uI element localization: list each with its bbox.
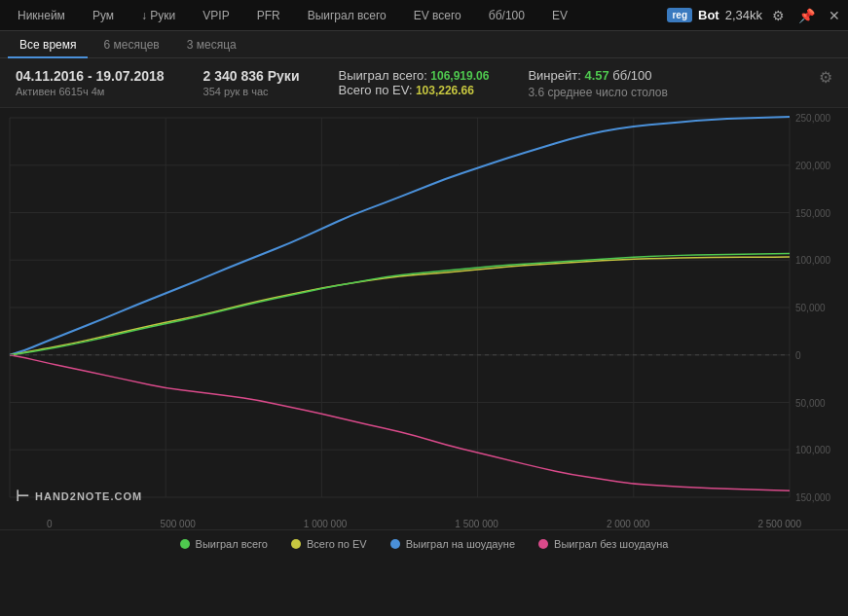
tab-hands[interactable]: ↓ Руки	[128, 0, 189, 31]
top-bar-right: reg Bot 2,34kk ⚙ 📌 ✕	[667, 6, 844, 25]
stat-hands-label: 2 340 836 Руки	[203, 68, 300, 84]
stat-ev-value: 103,226.66	[416, 84, 474, 97]
time-tab-3m[interactable]: 3 месяца	[175, 31, 248, 58]
stat-winrate-unit: бб/100	[612, 68, 651, 83]
stat-active-time: Активен 6615ч 4м	[16, 86, 165, 97]
tab-pfr[interactable]: PFR	[243, 0, 294, 31]
time-tabs: Все время 6 месяцев 3 месяца	[0, 31, 848, 58]
legend-dot-no-showdown	[538, 539, 548, 549]
stats-bar: 04.11.2016 - 19.07.2018 Активен 6615ч 4м…	[0, 58, 848, 108]
tab-ev-total[interactable]: EV всего	[400, 0, 475, 31]
legend-dot-won	[180, 539, 190, 549]
stat-winrate-label: Винрейт:	[528, 68, 580, 83]
tab-bb100[interactable]: бб/100	[475, 0, 538, 31]
x-label-3: 1 500 000	[455, 519, 498, 529]
main-chart	[0, 108, 848, 517]
pin-icon[interactable]: 📌	[794, 6, 819, 25]
settings-icon[interactable]: ⚙	[768, 6, 789, 25]
x-label-4: 2 000 000	[607, 519, 650, 529]
stat-right-block: Винрейт: 4.57 бб/100 3.6 среднее число с…	[528, 68, 667, 99]
stat-won-title: Выиграл всего:	[339, 68, 427, 83]
stat-hands-block: 2 340 836 Руки 354 рук в час	[203, 68, 300, 97]
legend-label-won: Выиграл всего	[196, 538, 268, 550]
chart-settings-icon[interactable]: ⚙	[819, 68, 832, 87]
reg-badge: reg	[667, 8, 692, 22]
stat-won-row: Выиграл всего: 106,919.06	[339, 68, 490, 83]
legend-label-ev: Всего по EV	[307, 538, 367, 550]
legend-showdown: Выиграл на шоудауне	[390, 538, 515, 550]
stat-hand-rate: 354 рук в час	[203, 86, 300, 97]
legend-won: Выиграл всего	[180, 538, 268, 550]
x-label-5: 2 500 000	[757, 519, 801, 529]
legend-dot-ev	[291, 539, 301, 549]
stat-won-block: Выиграл всего: 106,919.06 Всего по EV: 1…	[339, 68, 490, 97]
tab-ev[interactable]: EV	[538, 0, 581, 31]
hands-count: 2,34kk	[725, 8, 762, 22]
tab-room[interactable]: Рум	[79, 0, 128, 31]
chart-legend: Выиграл всего Всего по EV Выиграл на шоу…	[0, 529, 848, 556]
legend-no-showdown: Выиграл без шоудауна	[538, 538, 668, 550]
bot-label: Bot	[698, 8, 719, 22]
top-bar: Никнейм Рум ↓ Руки VPIP PFR Выиграл всег…	[0, 0, 848, 31]
tab-nickname[interactable]: Никнейм	[4, 0, 79, 31]
x-axis: 0 500 000 1 000 000 1 500 000 2 000 000 …	[0, 517, 848, 529]
logo-icon: ⊢	[16, 487, 29, 505]
stat-winrate: Винрейт: 4.57 бб/100	[528, 68, 667, 83]
time-tab-6m[interactable]: 6 месяцев	[92, 31, 170, 58]
legend-dot-showdown	[390, 539, 400, 549]
stat-ev-row: Всего по EV: 103,226.66	[339, 83, 490, 97]
close-icon[interactable]: ✕	[825, 6, 844, 25]
chart-area: ⊢ HAND2NOTE.COM	[0, 108, 848, 517]
time-tab-all[interactable]: Все время	[8, 31, 88, 58]
tab-vpip[interactable]: VPIP	[189, 0, 242, 31]
legend-ev: Всего по EV	[291, 538, 367, 550]
stat-winrate-value: 4.57	[584, 68, 608, 83]
logo: ⊢ HAND2NOTE.COM	[16, 487, 142, 505]
legend-label-no-showdown: Выиграл без шоудауна	[554, 538, 668, 550]
stat-date-block: 04.11.2016 - 19.07.2018 Активен 6615ч 4м	[16, 68, 165, 97]
x-label-1: 500 000	[161, 519, 196, 529]
x-label-0: 0	[47, 519, 53, 529]
stat-date-range: 04.11.2016 - 19.07.2018	[16, 68, 165, 84]
x-label-2: 1 000 000	[304, 519, 348, 529]
legend-label-showdown: Выиграл на шоудауне	[406, 538, 515, 550]
stat-tables: 3.6 среднее число столов	[528, 86, 667, 99]
stat-ev-title: Всего по EV:	[339, 83, 413, 97]
logo-text: HAND2NOTE.COM	[35, 490, 142, 502]
tab-won-total[interactable]: Выиграл всего	[294, 0, 400, 31]
stat-won-value: 106,919.06	[430, 69, 489, 83]
